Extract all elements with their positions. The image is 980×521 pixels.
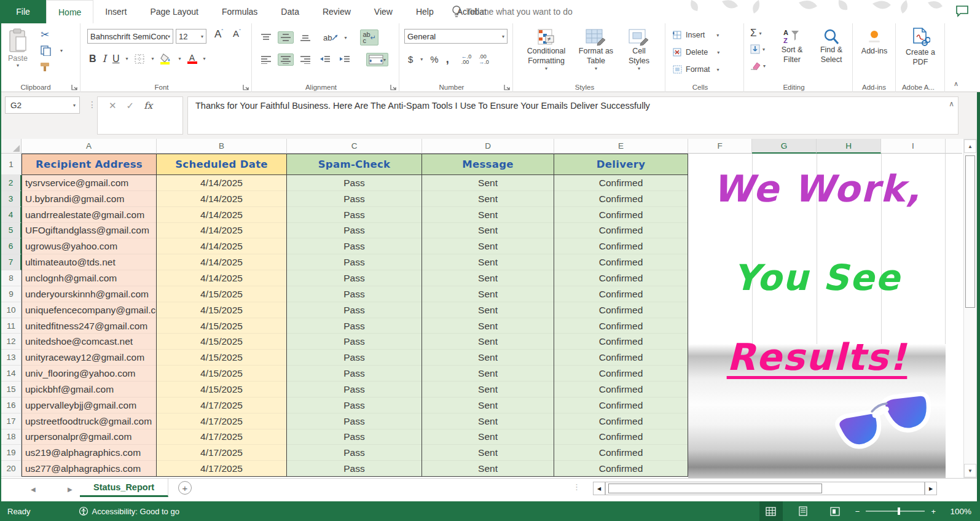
zoom-slider[interactable] [866, 511, 925, 512]
comment-icon[interactable] [955, 5, 969, 17]
decrease-indent-button[interactable] [317, 53, 333, 66]
tab-help[interactable]: Help [404, 0, 445, 23]
cell-D16[interactable]: Sent [422, 398, 554, 413]
cell-D3[interactable]: Sent [422, 191, 554, 207]
row-header-2[interactable]: 2 [1, 175, 22, 191]
vertical-scrollbar[interactable]: ▲ ▼ [963, 139, 977, 478]
borders-chevron-icon[interactable]: ▾ [151, 56, 154, 61]
cell-D9[interactable]: Sent [422, 286, 554, 302]
cell-C4[interactable]: Pass [287, 207, 422, 223]
cell-A4[interactable]: uandrrealestate@gmail.com [22, 207, 157, 223]
underline-chevron-icon[interactable]: ▾ [125, 56, 128, 61]
cell-C8[interactable]: Pass [287, 270, 422, 286]
column-header-H[interactable]: H [817, 139, 881, 154]
cell-C10[interactable]: Pass [287, 302, 422, 318]
cell-D6[interactable]: Sent [422, 238, 554, 254]
cut-button[interactable]: ✂ [41, 28, 49, 41]
percent-button[interactable]: % [430, 54, 438, 65]
cell-B14[interactable]: 4/15/2025 [157, 366, 287, 382]
cell-D12[interactable]: Sent [422, 334, 554, 350]
scroll-left-button[interactable]: ◀ [593, 482, 605, 495]
paste-button[interactable]: Paste ▾ [7, 28, 28, 68]
cell-C11[interactable]: Pass [287, 318, 422, 334]
cell-D17[interactable]: Sent [422, 413, 554, 429]
zoom-in-button[interactable]: + [931, 507, 936, 516]
cell-C17[interactable]: Pass [287, 413, 422, 429]
cell-B7[interactable]: 4/14/2025 [157, 254, 287, 270]
cell-E16[interactable]: Confirmed [554, 398, 688, 413]
cell-D13[interactable]: Sent [422, 350, 554, 366]
tab-scroll-splitter[interactable]: ⋮ [573, 482, 581, 492]
cell-B11[interactable]: 4/15/2025 [157, 318, 287, 334]
row-header-17[interactable]: 17 [1, 413, 22, 429]
cell-E19[interactable]: Confirmed [554, 445, 688, 461]
cell-A10[interactable]: uniquefencecompany@gmail.com [22, 302, 157, 318]
cell-A13[interactable]: unityraceway12@gmail.com [22, 350, 157, 366]
column-header-D[interactable]: D [422, 139, 554, 154]
row-header-20[interactable]: 20 [1, 461, 22, 477]
orientation-button[interactable]: ab [321, 31, 340, 44]
horizontal-scroll-track[interactable] [605, 482, 925, 495]
cell-E3[interactable]: Confirmed [554, 191, 688, 207]
tab-view[interactable]: View [363, 0, 404, 23]
autosum-button[interactable]: Σ ▾ [750, 27, 762, 39]
cell-B5[interactable]: 4/14/2025 [157, 223, 287, 239]
insert-function-button[interactable]: fx [144, 100, 152, 111]
format-cells-button[interactable]: Format ▾ [673, 61, 719, 77]
tab-file[interactable]: File [0, 0, 46, 23]
page-break-preview-button[interactable] [823, 501, 847, 521]
font-dialog-launcher[interactable] [243, 84, 249, 90]
row-header-18[interactable]: 18 [1, 429, 22, 445]
cell-D2[interactable]: Sent [422, 175, 554, 191]
increase-indent-button[interactable] [337, 53, 353, 66]
clear-button[interactable]: ▾ [750, 61, 766, 70]
align-middle-button[interactable] [278, 31, 294, 44]
cell-A15[interactable]: upickbhf@gmail.com [22, 382, 157, 398]
cell-E11[interactable]: Confirmed [554, 318, 688, 334]
scroll-up-button[interactable]: ▲ [964, 139, 976, 153]
tab-page-layout[interactable]: Page Layout [138, 0, 210, 23]
tell-me[interactable]: Tell me what you want to do [452, 0, 573, 23]
expand-formula-bar-button[interactable]: ∧ [949, 100, 954, 108]
cell-C7[interactable]: Pass [287, 254, 422, 270]
cell-B16[interactable]: 4/17/2025 [157, 398, 287, 413]
font-color-chevron-icon[interactable]: ▾ [203, 56, 206, 61]
wordart-results[interactable]: Results! [688, 335, 946, 378]
normal-view-button[interactable] [759, 501, 783, 521]
number-format-combo[interactable]: General ▾ [404, 29, 508, 44]
cell-A6[interactable]: ugrowus@yahoo.com [22, 238, 157, 254]
next-sheet-button[interactable]: ▶ [68, 486, 73, 493]
cell-C9[interactable]: Pass [287, 286, 422, 302]
addins-button[interactable]: Add-ins [858, 28, 891, 55]
column-header-E[interactable]: E [554, 139, 688, 154]
currency-button[interactable]: $ [408, 54, 413, 65]
cell-C5[interactable]: Pass [287, 223, 422, 239]
cell-E6[interactable]: Confirmed [554, 238, 688, 254]
scroll-down-button[interactable]: ▼ [964, 464, 976, 477]
align-bottom-button[interactable] [297, 31, 313, 44]
new-sheet-button[interactable]: + [178, 481, 192, 495]
cell-D4[interactable]: Sent [422, 207, 554, 223]
formula-bar-splitter[interactable]: ⋮ [88, 100, 96, 109]
row-header-16[interactable]: 16 [1, 398, 22, 413]
cell-D20[interactable]: Sent [422, 461, 554, 477]
tab-formulas[interactable]: Formulas [210, 0, 269, 23]
collapse-ribbon-button[interactable]: ∧ [954, 80, 958, 88]
orientation-chevron-icon[interactable]: ▾ [344, 35, 347, 41]
borders-button[interactable] [134, 53, 145, 65]
cell-B6[interactable]: 4/14/2025 [157, 238, 287, 254]
cell-E9[interactable]: Confirmed [554, 286, 688, 302]
enter-button[interactable]: ✓ [127, 100, 135, 111]
cell-B19[interactable]: 4/17/2025 [157, 445, 287, 461]
row-header-11[interactable]: 11 [1, 318, 22, 334]
row-header-6[interactable]: 6 [1, 238, 22, 254]
fill-button[interactable]: ▾ [750, 44, 765, 54]
cell-A2[interactable]: tysrvservice@gmail.com [22, 175, 157, 191]
comma-button[interactable]: , [446, 53, 449, 66]
column-header-A[interactable]: A [22, 139, 157, 154]
cell-E17[interactable]: Confirmed [554, 413, 688, 429]
cell-A9[interactable]: underyourskinnh@gmail.com [22, 286, 157, 302]
page-layout-view-button[interactable] [791, 501, 815, 521]
tab-insert[interactable]: Insert [93, 0, 138, 23]
row-header-8[interactable]: 8 [1, 270, 22, 286]
